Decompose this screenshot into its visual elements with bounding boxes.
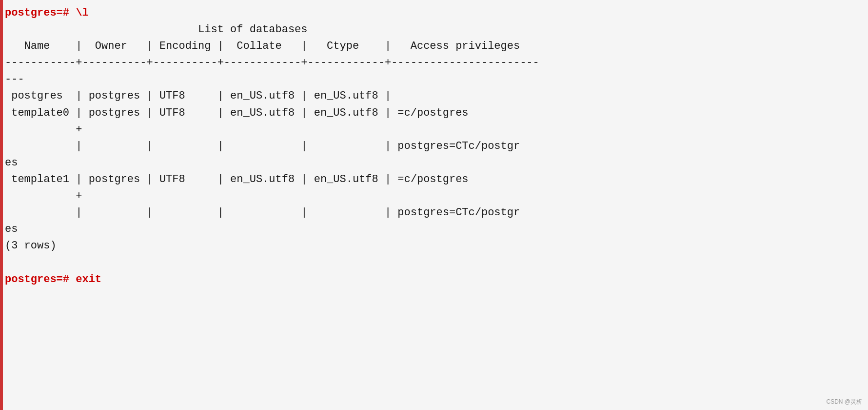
- watermark: CSDN @灵析: [826, 398, 862, 406]
- row-template1-cont2: | | | | | postgres=CTc/postgr: [5, 205, 868, 221]
- separator-line-2: ---: [5, 71, 868, 88]
- row-template1-cont1: +: [5, 188, 868, 205]
- row-template1: template1 | postgres | UTF8 | en_US.utf8…: [5, 171, 868, 188]
- row-template0-cont1: +: [5, 122, 868, 138]
- exit-prompt: postgres=# exit: [5, 271, 868, 288]
- table-header: Name | Owner | Encoding | Collate | Ctyp…: [5, 38, 868, 55]
- row-template0-cont2: | | | | | postgres=CTc/postgr: [5, 138, 868, 155]
- row-template0-end: es: [5, 155, 868, 171]
- terminal-window: postgres=# \l List of databases Name | O…: [0, 0, 868, 410]
- row-template0: template0 | postgres | UTF8 | en_US.utf8…: [5, 105, 868, 122]
- empty-line: [5, 254, 868, 271]
- left-border-decoration: [0, 0, 3, 410]
- row-template1-end: es: [5, 221, 868, 238]
- row-count: (3 rows): [5, 238, 868, 254]
- list-title: List of databases: [5, 21, 868, 38]
- separator-line-1: -----------+----------+----------+------…: [5, 55, 868, 71]
- command-line: postgres=# \l: [5, 5, 868, 21]
- row-postgres: postgres | postgres | UTF8 | en_US.utf8 …: [5, 88, 868, 104]
